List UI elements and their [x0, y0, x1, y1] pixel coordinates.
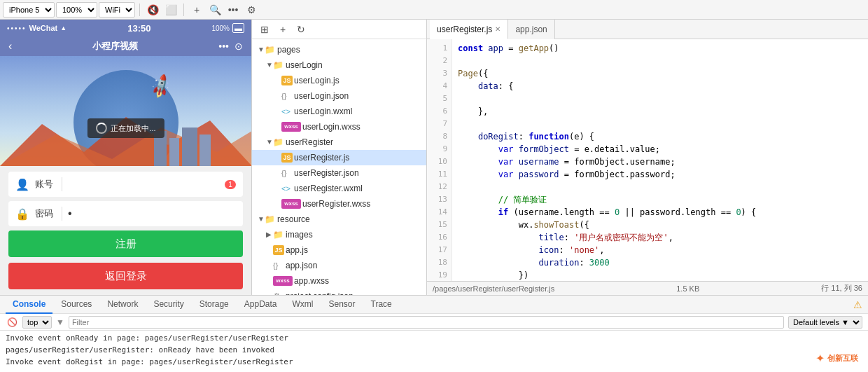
- back-login-button[interactable]: 返回登录: [8, 263, 243, 289]
- mute-btn[interactable]: 🔇: [144, 2, 161, 18]
- network-select[interactable]: WiFi: [99, 2, 135, 18]
- js-file-icon: JS: [281, 76, 293, 85]
- phone-form: 👤 账号 1 🔒 密码 • 注册 返回登录: [0, 166, 251, 295]
- console-tab-sensor[interactable]: Sensor: [321, 296, 362, 314]
- tab-close-icon[interactable]: ✕: [495, 25, 500, 33]
- tree-item[interactable]: <>userLogin.wxml: [252, 104, 426, 119]
- search-btn[interactable]: 🔍: [206, 2, 223, 18]
- tree-item[interactable]: JSuserLogin.js: [252, 73, 426, 88]
- tree-item[interactable]: wxssapp.wxss: [252, 273, 426, 289]
- code-line: [458, 118, 862, 130]
- tree-label: userLogin.wxml: [294, 105, 352, 118]
- line-number: 6: [427, 105, 451, 118]
- line-number: 14: [427, 206, 451, 219]
- console-tab-appdata[interactable]: AppData: [237, 296, 284, 314]
- device-select[interactable]: iPhone 5: [3, 2, 55, 18]
- tree-item[interactable]: <>userRegister.wxml: [252, 181, 426, 196]
- console-body: Invoke event onReady in page: pages/user…: [0, 331, 868, 372]
- password-row: 🔒 密码 •: [8, 201, 243, 226]
- tab-label: app.json: [515, 25, 547, 34]
- console-tab-console[interactable]: Console: [6, 296, 52, 314]
- tree-item[interactable]: wxssuserRegister.wxss: [252, 196, 426, 212]
- filetree-toolbar: ⊞ + ↻: [252, 20, 426, 39]
- register-button[interactable]: 注册: [8, 230, 243, 257]
- tree-item[interactable]: ▼📁pages: [252, 42, 426, 57]
- nav-capture-icon[interactable]: ⊙: [234, 41, 243, 52]
- zoom-select[interactable]: 100%: [56, 2, 97, 18]
- tree-label: images: [286, 228, 313, 241]
- tree-item[interactable]: {}userLogin.json: [252, 88, 426, 104]
- console-tab-network[interactable]: Network: [100, 296, 145, 314]
- nav-back-icon[interactable]: ‹: [8, 40, 12, 53]
- phone-illustration: 🚀 正在加载中...: [0, 56, 251, 166]
- folder-icon: 📁: [273, 59, 284, 71]
- statusbar-size: 1.5 KB: [676, 284, 699, 293]
- console-tab-security[interactable]: Security: [146, 296, 190, 314]
- line-number: 5: [427, 92, 451, 105]
- screenshot-btn[interactable]: ⬜: [162, 2, 179, 18]
- tree-label: userRegister.json: [294, 167, 359, 179]
- add-btn[interactable]: +: [188, 2, 205, 18]
- tree-item[interactable]: JSuserRegister.js: [252, 150, 426, 165]
- code-area[interactable]: const app = getApp()Page({ data: { }, do…: [452, 39, 868, 281]
- console-tab-storage[interactable]: Storage: [192, 296, 236, 314]
- folder-icon: 📁: [273, 228, 284, 241]
- console-line: pages/userRegister/userRegister: onReady…: [6, 344, 862, 356]
- console-filter-bar: 🚫 top ▼ Default levels ▼: [0, 314, 868, 331]
- tree-item[interactable]: ⚙project.config.json: [252, 289, 426, 295]
- tree-item[interactable]: {}app.json: [252, 258, 426, 273]
- editor-tab[interactable]: app.json: [508, 20, 554, 39]
- tree-item[interactable]: ▼📁userLogin: [252, 57, 426, 73]
- line-number: 11: [427, 168, 451, 181]
- console-tab-trace[interactable]: Trace: [364, 296, 399, 314]
- settings-btn[interactable]: ⚙: [243, 2, 260, 18]
- console-filter-input[interactable]: [69, 316, 784, 329]
- tree-item[interactable]: {}userRegister.json: [252, 165, 426, 181]
- account-label: 账号: [35, 178, 56, 191]
- editor-tabs: userRegister.js✕app.json: [427, 20, 868, 39]
- tree-label: userLogin.wxss: [302, 120, 360, 133]
- code-line: icon: 'none',: [458, 244, 862, 256]
- folder-icon: 📁: [265, 43, 276, 56]
- code-line: doRegist: function(e) {: [458, 130, 862, 143]
- tree-item[interactable]: wxssuserLogin.wxss: [252, 119, 426, 135]
- console-level-select[interactable]: Default levels ▼: [788, 316, 862, 329]
- code-line: [458, 55, 862, 67]
- wxss-file-icon: wxss: [281, 122, 301, 132]
- battery-label: 100%: [211, 25, 230, 32]
- tree-item[interactable]: ▼📁userRegister: [252, 135, 426, 150]
- nav-more-icon[interactable]: •••: [218, 41, 229, 52]
- json-file-icon: {}: [273, 259, 284, 272]
- filetree-refresh-btn[interactable]: ↻: [294, 22, 308, 36]
- tree-arrow: ▼: [258, 213, 265, 226]
- line-number: 9: [427, 143, 451, 156]
- editor-tab[interactable]: userRegister.js✕: [430, 20, 508, 39]
- wxss-file-icon: wxss: [281, 199, 301, 209]
- phone-panel: ••••• WeChat ▲ 13:50 100% ▬ ‹ 小程序视频 ••• …: [0, 20, 252, 295]
- code-line: // 简单验证: [458, 193, 862, 206]
- js-file-icon: JS: [273, 245, 284, 255]
- more-btn[interactable]: •••: [225, 2, 241, 18]
- phone-nav-bar: ‹ 小程序视频 ••• ⊙: [0, 36, 251, 56]
- tree-item[interactable]: ▶📁images: [252, 227, 426, 242]
- password-value: •: [68, 207, 75, 220]
- tree-item[interactable]: JSapp.js: [252, 242, 426, 258]
- code-line: [458, 181, 862, 193]
- tree-label: userLogin.js: [294, 74, 340, 87]
- json-file-icon: {}: [281, 90, 293, 102]
- folder-icon: 📁: [273, 136, 284, 149]
- console-tab-sources[interactable]: Sources: [54, 296, 99, 314]
- filetree-collapse-btn[interactable]: ⊞: [258, 22, 272, 36]
- phone-loading-overlay: 正在加载中...: [87, 118, 164, 138]
- editor-body: 1234567891011121314151617181920212223242…: [427, 39, 868, 281]
- tree-label: pages: [277, 43, 300, 56]
- console-context-select[interactable]: top: [22, 316, 52, 329]
- filetree-add-btn[interactable]: +: [276, 22, 290, 36]
- filter-arrow: ▼: [56, 317, 64, 327]
- console-clear-btn[interactable]: 🚫: [6, 316, 18, 329]
- tree-label: userRegister.wxml: [294, 182, 363, 195]
- tree-item[interactable]: ▼📁resource: [252, 212, 426, 227]
- phone-status-right: 100% ▬: [211, 23, 244, 33]
- console-tab-wxml[interactable]: Wxml: [285, 296, 320, 314]
- console-line: Invoke event doRegist in page: pages/use…: [6, 356, 862, 368]
